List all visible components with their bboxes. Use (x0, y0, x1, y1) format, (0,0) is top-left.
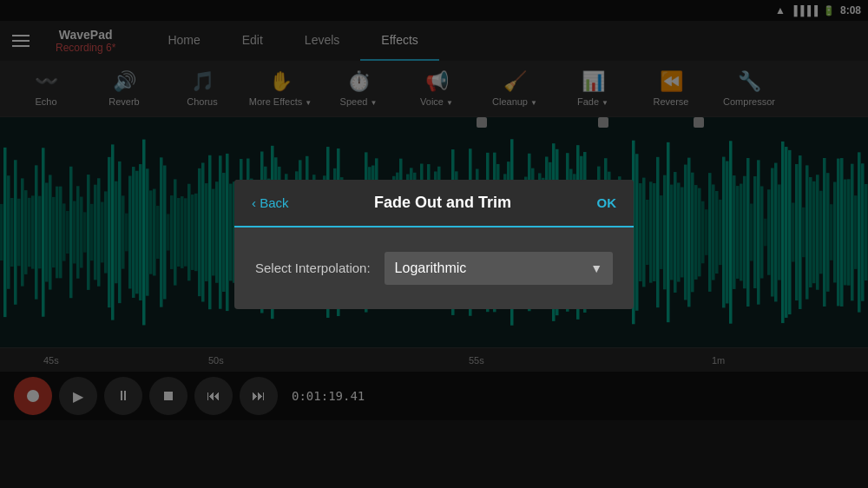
interpolation-label: Select Interpolation: (255, 260, 371, 275)
interpolation-dropdown[interactable]: Logarithmic ▼ (385, 252, 613, 285)
modal-body: Select Interpolation: Logarithmic ▼ (234, 228, 634, 309)
modal-ok-button[interactable]: OK (596, 195, 616, 210)
modal-back-button[interactable]: ‹ Back (252, 195, 289, 210)
modal-title: Fade Out and Trim (374, 194, 511, 212)
dropdown-arrow-icon: ▼ (590, 261, 602, 275)
modal-dialog: ‹ Back Fade Out and Trim OK Select Inter… (234, 180, 634, 309)
modal-overlay: ‹ Back Fade Out and Trim OK Select Inter… (0, 0, 868, 488)
interpolation-value: Logarithmic (395, 260, 467, 276)
modal-header: ‹ Back Fade Out and Trim OK (234, 180, 634, 228)
